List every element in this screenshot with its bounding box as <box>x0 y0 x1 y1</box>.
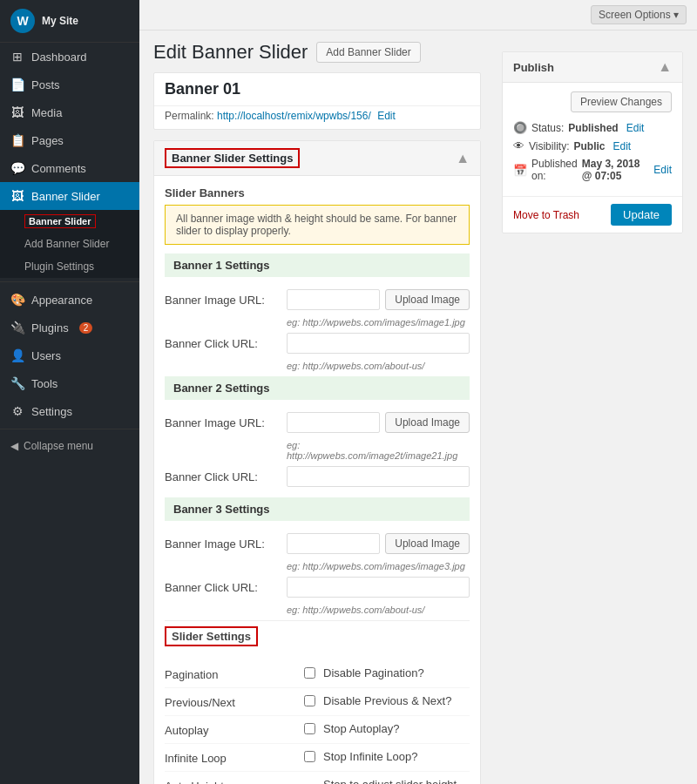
sidebar: W My Site ⊞ Dashboard 📄 Posts 🖼 Media 📋 … <box>0 0 139 784</box>
sidebar-right: Publish ▲ Preview Changes 🔘 Status: Publ… <box>491 41 683 774</box>
banner2-upload-button[interactable]: Upload Image <box>385 412 470 433</box>
sidebar-item-tools[interactable]: 🔧 Tools <box>0 369 139 397</box>
banner1-click-url-field <box>287 333 470 354</box>
sidebar-item-banner-slider[interactable]: 🖼 Banner Slider <box>0 182 139 210</box>
prev-next-checkbox[interactable] <box>304 695 315 706</box>
banner2-header: Banner 2 Settings <box>165 376 470 400</box>
infinite-loop-control: Stop Infinite Loop? <box>304 750 470 763</box>
banner2-click-url-input[interactable] <box>287 466 470 487</box>
autoplay-label: Autoplay <box>165 722 304 737</box>
metabox-header-banner-slider[interactable]: Banner Slider Settings ▲ <box>154 141 480 176</box>
autoplay-control: Stop Autoplay? <box>304 722 470 735</box>
banner2-click-url-label: Banner Click URL: <box>165 470 287 483</box>
publish-visibility-row: 👁 Visibility: Public Edit <box>513 139 672 152</box>
prev-next-checkbox-label[interactable]: Disable Previous & Next? <box>304 694 451 707</box>
slider-banners-label: Slider Banners <box>165 186 470 199</box>
banner3-image-url-input[interactable] <box>287 533 380 554</box>
autoplay-checkbox-label[interactable]: Stop Autoplay? <box>304 722 399 735</box>
sidebar-item-pages[interactable]: 📋 Pages <box>0 126 139 154</box>
status-edit-link[interactable]: Edit <box>626 122 645 134</box>
pagination-label: Pagination <box>165 666 304 681</box>
permalink-row: Permalink: http://localhost/remix/wpwbs/… <box>154 106 480 129</box>
comments-icon: 💬 <box>10 161 24 175</box>
banner2-click-url-field <box>287 466 470 487</box>
pagination-row: Pagination Disable Pagination? <box>165 660 470 688</box>
banner3-header: Banner 3 Settings <box>165 497 470 521</box>
auto-height-checkbox-label[interactable]: Stop to adjust slider height as per bann… <box>304 778 470 784</box>
visibility-label: Visibility: <box>529 140 569 152</box>
banner1-click-url-label: Banner Click URL: <box>165 337 287 350</box>
metabox-toggle-banner-slider[interactable]: ▲ <box>456 151 470 166</box>
infinite-loop-checkbox-label[interactable]: Stop Infinite Loop? <box>304 750 417 763</box>
status-value: Published <box>568 122 618 134</box>
sidebar-sub-banner-slider[interactable]: Banner Slider <box>0 210 139 233</box>
banner3-click-hint: eg: http://wpwebs.com/about-us/ <box>165 605 470 615</box>
publish-status-row: 🔘 Status: Published Edit <box>513 121 672 134</box>
banner2-image-url-input[interactable] <box>287 412 380 433</box>
publish-title: Publish <box>513 61 554 74</box>
date-label: Published on: <box>531 158 578 182</box>
sidebar-collapse[interactable]: ◀ Collapse menu <box>0 433 139 459</box>
banner1-image-url-input[interactable] <box>287 289 380 310</box>
permalink-edit[interactable]: Edit <box>377 110 396 122</box>
collapse-icon: ◀ <box>10 440 18 452</box>
prev-next-row: Previous/Next Disable Previous & Next? <box>165 688 470 716</box>
sidebar-item-dashboard[interactable]: ⊞ Dashboard <box>0 43 139 71</box>
sidebar-sub-plugin-settings[interactable]: Plugin Settings <box>0 255 139 278</box>
publish-date-row: 📅 Published on: May 3, 2018 @ 07:05 Edit <box>513 158 672 182</box>
sidebar-item-plugins[interactable]: 🔌 Plugins 2 <box>0 314 139 341</box>
page-header: Edit Banner Slider Add Banner Slider <box>153 41 481 64</box>
sidebar-item-appearance[interactable]: 🎨 Appearance <box>0 286 139 314</box>
dashboard-icon: ⊞ <box>10 50 24 64</box>
move-to-trash-link[interactable]: Move to Trash <box>513 209 579 221</box>
sidebar-item-posts[interactable]: 📄 Posts <box>0 71 139 98</box>
publish-header[interactable]: Publish ▲ <box>503 52 682 83</box>
date-edit-link[interactable]: Edit <box>653 164 672 176</box>
add-banner-slider-button[interactable]: Add Banner Slider <box>316 42 420 63</box>
visibility-edit-link[interactable]: Edit <box>612 140 631 152</box>
screen-options-button[interactable]: Screen Options ▾ <box>591 5 687 24</box>
sidebar-sub-add-banner[interactable]: Add Banner Slider <box>0 233 139 255</box>
pagination-control: Disable Pagination? <box>304 666 470 679</box>
sidebar-item-comments[interactable]: 💬 Comments <box>0 154 139 182</box>
infinite-loop-checkbox[interactable] <box>304 751 315 762</box>
posts-icon: 📄 <box>10 78 24 91</box>
auto-height-label: Auto Height <box>165 778 304 784</box>
banner3-upload-button[interactable]: Upload Image <box>385 533 470 554</box>
media-icon: 🖼 <box>10 105 24 119</box>
slider-settings-header-container: Slider Settings <box>165 626 470 653</box>
banner1-click-url-row: Banner Click URL: <box>165 328 470 359</box>
permalink-label: Permalink: <box>165 110 214 122</box>
permalink-url[interactable]: http://localhost/remix/wpwbs/156/ <box>217 110 371 122</box>
banner3-click-url-field <box>287 577 470 598</box>
update-button[interactable]: Update <box>611 204 672 226</box>
autoplay-checkbox[interactable] <box>304 723 315 734</box>
slider-settings-title: Slider Settings <box>165 626 258 646</box>
banner2-image-url-label: Banner Image URL: <box>165 416 287 429</box>
publish-body: Preview Changes 🔘 Status: Published Edit… <box>503 83 682 196</box>
banner1-upload-button[interactable]: Upload Image <box>385 289 470 310</box>
banner1-click-hint: eg: http://wpwebs.com/about-us/ <box>165 361 470 371</box>
metabox-title-banner-slider: Banner Slider Settings <box>165 148 300 168</box>
auto-height-control: Stop to adjust slider height as per bann… <box>304 778 470 784</box>
banner1-header: Banner 1 Settings <box>165 253 470 277</box>
sidebar-item-settings[interactable]: ⚙ Settings <box>0 397 139 425</box>
preview-changes-button[interactable]: Preview Changes <box>571 91 672 112</box>
slider-banners-note: All banner image width & height should b… <box>165 205 470 245</box>
sidebar-item-users[interactable]: 👤 Users <box>0 341 139 369</box>
pagination-checkbox[interactable] <box>304 667 315 679</box>
visibility-icon: 👁 <box>513 139 524 152</box>
banner3-image-hint: eg: http://wpwebs.com/images/image3.jpg <box>165 561 470 571</box>
pagination-checkbox-label[interactable]: Disable Pagination? <box>304 666 424 679</box>
settings-icon: ⚙ <box>10 404 24 418</box>
post-name: Banner 01 <box>165 80 470 98</box>
publish-toggle[interactable]: ▲ <box>658 59 672 75</box>
banner3-click-url-input[interactable] <box>287 577 470 598</box>
topbar: Screen Options ▾ <box>139 0 697 30</box>
banner1-click-url-input[interactable] <box>287 333 470 354</box>
banner-slider-settings-metabox: Banner Slider Settings ▲ Slider Banners … <box>153 140 481 784</box>
banner2-image-url-row: Banner Image URL: Upload Image <box>165 407 470 438</box>
banner-slider-icon: 🖼 <box>10 189 24 203</box>
banner1-image-url-field: Upload Image <box>287 289 470 310</box>
sidebar-item-media[interactable]: 🖼 Media <box>0 98 139 126</box>
